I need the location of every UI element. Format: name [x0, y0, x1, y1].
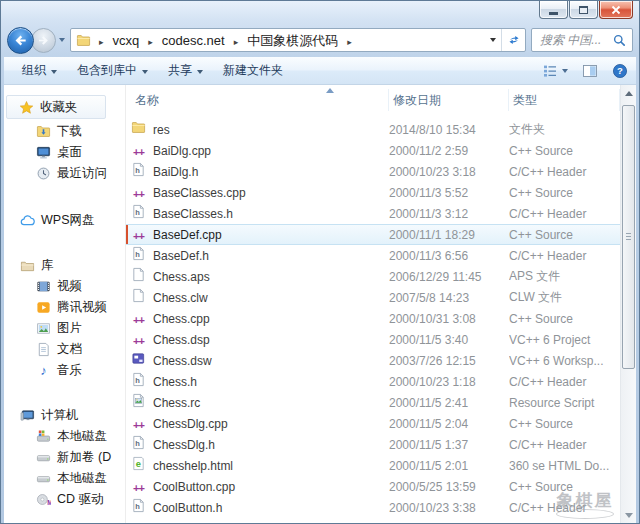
file-row[interactable]: hBaiDlg.h2000/10/23 3:18C/C++ Header	[126, 161, 620, 182]
file-row[interactable]: hCoolButton.h2000/10/23 3:38C/C++ Header	[126, 497, 620, 518]
sidebar-item[interactable]: 腾讯视频	[4, 297, 125, 318]
change-view-button[interactable]	[542, 63, 568, 79]
file-type: VC++ 6 Worksp...	[509, 354, 620, 368]
maximize-button[interactable]	[569, 1, 598, 19]
pictures-icon	[36, 321, 51, 336]
column-header[interactable]: 名称	[131, 89, 389, 111]
file-row[interactable]: ++BaiDlg.cpp2000/11/2 2:59C++ Source	[126, 140, 620, 161]
sidebar-item[interactable]: 本地磁盘	[4, 426, 125, 447]
breadcrumb-chevron-icon[interactable]: ▸	[91, 37, 112, 47]
svg-text:h: h	[135, 166, 140, 175]
dsw-icon	[131, 351, 146, 366]
scrollbar-thumb[interactable]	[622, 105, 635, 369]
minimize-button[interactable]	[539, 1, 568, 19]
file-icon-cell	[131, 351, 153, 370]
disk-icon	[36, 471, 51, 486]
file-date-modified: 2000/11/5 2:04	[389, 417, 509, 431]
sidebar-item[interactable]: 最近访问	[4, 163, 125, 184]
sidebar-item[interactable]: 图片	[4, 318, 125, 339]
sidebar-item[interactable]: 文档	[4, 339, 125, 360]
star-icon	[19, 100, 34, 115]
file-row[interactable]: hBaseClasses.h2000/11/3 3:12C/C++ Header	[126, 203, 620, 224]
recent-pages-dropdown[interactable]	[59, 38, 65, 42]
file-row[interactable]: ++Chess.cpp2000/10/31 3:08C++ Source	[126, 308, 620, 329]
file-name: BaiDlg.h	[153, 165, 389, 179]
file-date-modified: 2000/5/25 13:59	[389, 480, 509, 494]
file-row[interactable]: ++Chess.dsp2000/11/5 3:40VC++ 6 Project	[126, 329, 620, 350]
sidebar-item[interactable]: 下载	[4, 121, 125, 142]
file-row[interactable]: hChessDlg.h2000/11/5 1:37C/C++ Header	[126, 434, 620, 455]
sidebar-item[interactable]: 桌面	[4, 142, 125, 163]
breadcrumb-chevron-icon[interactable]: ▸	[339, 37, 360, 47]
sidebar-item-label: 库	[41, 257, 54, 274]
sidebar-item-label: 最近访问	[57, 165, 107, 182]
file-icon-cell: ++	[131, 310, 153, 328]
sidebar-item[interactable]: WPS网盘	[4, 210, 125, 231]
file-row[interactable]: hChess.h2000/10/23 1:18C/C++ Header	[126, 371, 620, 392]
toolbar-item[interactable]: 包含到库中	[67, 58, 158, 83]
close-button[interactable]	[599, 1, 633, 19]
sidebar-item[interactable]: 计算机	[4, 405, 125, 426]
breadcrumb-segment[interactable]: 中国象棋源代码	[246, 33, 339, 48]
file-row[interactable]: Chess.dsw2003/7/26 12:15VC++ 6 Worksp...	[126, 350, 620, 371]
help-button[interactable]: ?	[612, 63, 628, 79]
file-row[interactable]: hBaseDef.h2000/11/3 6:56C/C++ Header	[126, 245, 620, 266]
file-date-modified: 2000/11/3 3:12	[389, 207, 509, 221]
breadcrumb-segment[interactable]: codesc.net	[161, 33, 226, 48]
sidebar-item[interactable]: ♪音乐	[4, 360, 125, 381]
toolbar-item[interactable]: 共享	[158, 58, 213, 83]
column-header[interactable]: 类型	[509, 89, 620, 111]
file-row[interactable]: ++ChessDlg.cpp2000/11/5 2:04C++ Source	[126, 413, 620, 434]
refresh-button[interactable]	[501, 29, 525, 51]
video-icon	[36, 279, 51, 294]
triangle-down-icon	[625, 513, 633, 518]
sidebar-item-label: 音乐	[57, 362, 82, 379]
sidebar-spacer	[4, 381, 125, 405]
back-button[interactable]	[7, 27, 34, 54]
sidebar-item[interactable]: 本地磁盘	[4, 468, 125, 489]
sidebar-item-label: 图片	[57, 320, 82, 337]
file-row[interactable]: echesshelp.html2000/11/5 2:01360 se HTML…	[126, 455, 620, 476]
file-row[interactable]: Chess.rc2000/11/5 2:41Resource Script	[126, 392, 620, 413]
scroll-down-button[interactable]	[621, 507, 636, 523]
file-date-modified: 2000/10/23 3:38	[389, 501, 509, 515]
sidebar-item[interactable]: 收藏夹	[6, 95, 106, 119]
file-date-modified: 2000/11/3 5:52	[389, 186, 509, 200]
breadcrumb-chevron-icon[interactable]: ▸	[226, 37, 247, 47]
preview-pane-button[interactable]	[582, 63, 598, 79]
file-type: Resource Script	[509, 396, 620, 410]
svg-text:h: h	[135, 376, 140, 385]
sidebar-item[interactable]: 库	[4, 255, 125, 276]
file-date-modified: 2000/11/5 2:41	[389, 396, 509, 410]
file-name: res	[153, 123, 389, 137]
sidebar-item[interactable]: MCD 驱动	[4, 489, 125, 510]
address-bar[interactable]: ▸vcxq▸codesc.net▸中国象棋源代码▸	[70, 28, 526, 52]
toolbar-item[interactable]: 新建文件夹	[213, 58, 293, 83]
file-icon-cell	[131, 393, 153, 412]
file-icon-cell: h	[131, 204, 153, 223]
sidebar-item[interactable]: 新加卷 (D	[4, 447, 125, 468]
vertical-scrollbar[interactable]	[620, 85, 636, 523]
file-row[interactable]: ++BaseDef.cpp2000/11/1 18:29C++ Source	[126, 224, 620, 245]
breadcrumb-segment[interactable]: vcxq	[112, 33, 141, 48]
file-row[interactable]: ++BaseClasses.cpp2000/11/3 5:52C++ Sourc…	[126, 182, 620, 203]
address-dropdown-button[interactable]	[484, 29, 501, 51]
breadcrumb-chevron-icon[interactable]: ▸	[140, 37, 161, 47]
column-header[interactable]: 修改日期	[389, 89, 509, 111]
scrollbar-grip-icon	[626, 233, 631, 240]
titlebar[interactable]	[1, 1, 639, 23]
chevron-down-icon	[490, 38, 496, 42]
file-row[interactable]: Chess.aps2006/12/29 11:45APS 文件	[126, 266, 620, 287]
file-type: CLW 文件	[509, 289, 620, 306]
forward-button[interactable]	[31, 28, 56, 53]
file-type: C++ Source	[509, 480, 620, 494]
sidebar-item[interactable]: 视频	[4, 276, 125, 297]
scroll-up-button[interactable]	[621, 85, 636, 101]
file-row[interactable]: Chess.clw2007/5/8 14:23CLW 文件	[126, 287, 620, 308]
file-row[interactable]: res2014/8/10 15:34文件夹	[126, 119, 620, 140]
file-name: BaseDef.h	[153, 249, 389, 263]
toolbar-item[interactable]: 组织	[12, 58, 67, 83]
search-icon[interactable]	[612, 33, 627, 48]
search-box[interactable]: 搜索 中国...	[531, 28, 633, 52]
file-row[interactable]: ++CoolButton.cpp2000/5/25 13:59C++ Sourc…	[126, 476, 620, 497]
